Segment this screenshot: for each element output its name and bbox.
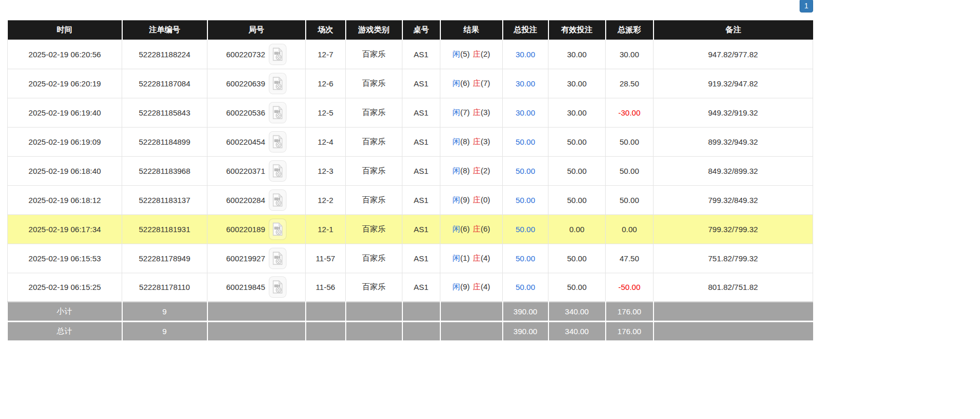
round-id: 600220639: [226, 79, 265, 88]
video-file-icon: [272, 280, 283, 294]
video-replay-button[interactable]: [269, 189, 286, 211]
video-replay-button[interactable]: [269, 131, 286, 153]
time-cell: 2025-02-19 06:18:12: [8, 185, 122, 214]
player-result-label: 闲: [452, 224, 460, 233]
session-cell: 11-57: [306, 244, 346, 273]
round-id: 600220454: [226, 137, 265, 146]
table-no-cell: AS1: [402, 273, 440, 302]
game-type-cell: 百家乐: [346, 273, 402, 302]
payout-cell: 30.00: [606, 40, 654, 69]
bet-id-cell: 522281183137: [122, 185, 207, 214]
result-cell: 闲(8)庄(2): [440, 156, 503, 185]
valid-bet-cell: 50.00: [548, 156, 606, 185]
banker-points: (3): [481, 108, 490, 117]
payout-cell: -30.00: [606, 98, 654, 127]
round-cell: 600220454: [207, 127, 306, 156]
grand-total-empty-cell: [654, 321, 813, 340]
payout-cell: 50.00: [606, 127, 654, 156]
video-replay-button[interactable]: [269, 102, 286, 123]
video-replay-button[interactable]: [269, 219, 286, 240]
page-1-button[interactable]: 1: [800, 0, 813, 12]
column-header-result: 结果: [440, 20, 503, 40]
table-row: 2025-02-19 06:20:19 522281187084 6002206…: [8, 69, 813, 98]
result-cell: 闲(9)庄(0): [440, 185, 503, 214]
banker-result-label: 庄: [473, 195, 481, 204]
video-replay-button[interactable]: [269, 44, 286, 65]
player-result-label: 闲: [452, 108, 460, 117]
result-cell: 闲(9)庄(4): [440, 273, 503, 302]
payout-cell: 28.50: [606, 69, 654, 98]
player-result-label: 闲: [452, 282, 460, 291]
valid-bet-cell: 50.00: [548, 273, 606, 302]
game-type-cell: 百家乐: [346, 127, 402, 156]
result-cell: 闲(1)庄(4): [440, 244, 503, 273]
session-cell: 11-56: [306, 273, 346, 302]
payout-cell: 47.50: [606, 244, 654, 273]
video-file-icon: [272, 106, 283, 120]
round-id: 600220284: [226, 196, 265, 205]
banker-result-label: 庄: [473, 49, 481, 58]
total-bet-cell: 30.00: [503, 40, 548, 69]
video-replay-button[interactable]: [269, 160, 286, 182]
video-file-icon: [272, 193, 283, 207]
table-row: 2025-02-19 06:17:34 522281181931 6002201…: [8, 214, 813, 244]
header-row: 时间 注单编号 局号 场次 游戏类别 桌号 结果 总投注 有效投注 总派彩 备注: [8, 20, 813, 40]
table-no-cell: AS1: [402, 98, 440, 127]
round-id: 600219927: [226, 254, 265, 263]
round-id: 600219845: [226, 283, 265, 291]
game-type-cell: 百家乐: [346, 40, 402, 69]
table-no-cell: AS1: [402, 244, 440, 273]
grand-total-count: 9: [122, 321, 207, 340]
result-cell: 闲(8)庄(3): [440, 127, 503, 156]
payout-cell: -50.00: [606, 273, 654, 302]
banker-points: (4): [481, 282, 490, 291]
remark-cell: 801.82/751.82: [654, 273, 813, 302]
grand-total-valid-bet: 340.00: [548, 321, 606, 340]
banker-result-label: 庄: [473, 282, 481, 291]
bet-id-cell: 522281181931: [122, 214, 207, 244]
column-header-table-no: 桌号: [402, 20, 440, 40]
player-points: (9): [460, 282, 469, 291]
bet-records-table: 时间 注单编号 局号 场次 游戏类别 桌号 结果 总投注 有效投注 总派彩 备注…: [7, 20, 813, 340]
grand-total-row: 总计 9 390.00 340.00 176.00: [8, 321, 813, 340]
bet-id-cell: 522281178949: [122, 244, 207, 273]
time-cell: 2025-02-19 06:19:40: [8, 98, 122, 127]
total-bet-cell: 50.00: [503, 185, 548, 214]
session-cell: 12-2: [306, 185, 346, 214]
player-result-label: 闲: [452, 253, 460, 262]
banker-points: (2): [481, 49, 490, 58]
round-id: 600220189: [226, 225, 265, 234]
banker-result-label: 庄: [473, 79, 481, 87]
player-result-label: 闲: [452, 137, 460, 146]
subtotal-label: 小计: [8, 302, 122, 321]
subtotal-empty-cell: [402, 302, 440, 321]
total-bet-cell: 50.00: [503, 127, 548, 156]
video-replay-button[interactable]: [269, 276, 286, 298]
result-cell: 闲(7)庄(3): [440, 98, 503, 127]
result-cell: 闲(6)庄(6): [440, 214, 503, 244]
round-cell: 600220371: [207, 156, 306, 185]
player-points: (9): [460, 195, 469, 204]
table-row: 2025-02-19 06:18:12 522281183137 6002202…: [8, 185, 813, 214]
column-header-round-id: 局号: [207, 20, 306, 40]
game-type-cell: 百家乐: [346, 98, 402, 127]
player-result-label: 闲: [452, 49, 460, 58]
table-no-cell: AS1: [402, 40, 440, 69]
banker-points: (0): [481, 195, 490, 204]
grand-total-empty-cell: [207, 321, 306, 340]
total-bet-cell: 50.00: [503, 273, 548, 302]
video-replay-button[interactable]: [269, 248, 286, 269]
game-type-cell: 百家乐: [346, 69, 402, 98]
table-no-cell: AS1: [402, 214, 440, 244]
subtotal-payout: 176.00: [606, 302, 654, 321]
remark-cell: 899.32/949.32: [654, 127, 813, 156]
total-bet-cell: 50.00: [503, 214, 548, 244]
grand-total-empty-cell: [440, 321, 503, 340]
table-no-cell: AS1: [402, 69, 440, 98]
player-result-label: 闲: [452, 166, 460, 175]
player-result-label: 闲: [452, 79, 460, 87]
video-replay-button[interactable]: [269, 73, 286, 94]
column-header-valid-bet: 有效投注: [548, 20, 606, 40]
game-type-cell: 百家乐: [346, 244, 402, 273]
banker-points: (3): [481, 137, 490, 146]
